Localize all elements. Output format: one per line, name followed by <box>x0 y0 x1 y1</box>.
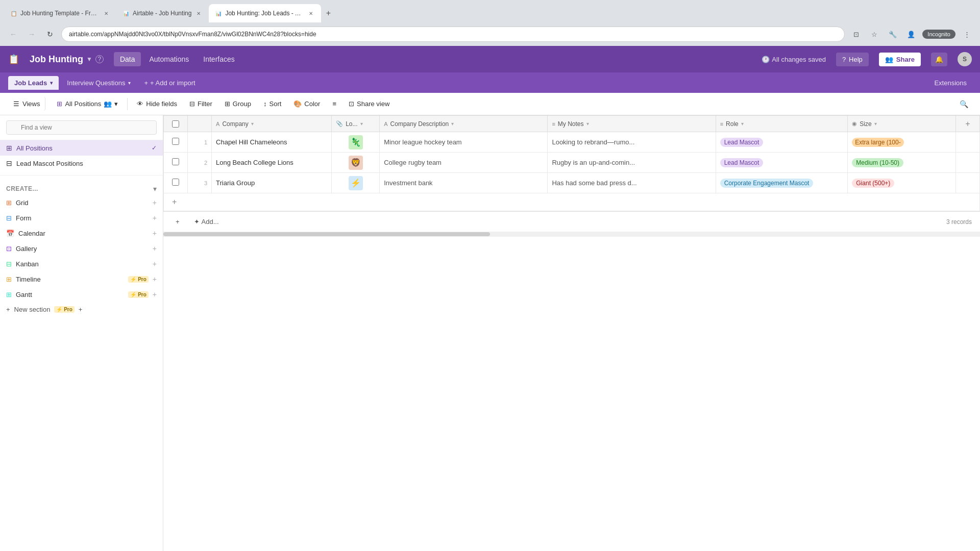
tab-1-favicon: 📋 <box>10 10 17 17</box>
logo-header[interactable]: 📎 Lo... ▾ <box>332 116 380 132</box>
share-button[interactable]: 👥 Share <box>879 53 921 66</box>
extensions-icon[interactable]: 🔧 <box>886 27 900 41</box>
back-button[interactable]: ← <box>6 27 20 41</box>
app-dropdown-icon[interactable]: ▼ <box>86 56 92 63</box>
tab-2[interactable]: 📊 Airtable - Job Hunting ✕ <box>116 4 209 22</box>
role-header[interactable]: ≡ Role ▾ <box>716 116 848 132</box>
desc-type-icon: A <box>384 121 387 127</box>
share-view-button[interactable]: ⊡ Share view <box>344 97 395 111</box>
profile-icon[interactable]: 👤 <box>904 27 918 41</box>
bookmark-icon[interactable]: ☆ <box>867 27 881 41</box>
notes-cell-2[interactable]: Has had some bad press d... <box>548 173 716 193</box>
add-field-btn[interactable]: ✦ Add... <box>190 216 223 228</box>
sort-button[interactable]: ↕ Sort <box>258 97 286 111</box>
views-button[interactable]: ☰ Views <box>8 97 45 111</box>
company-desc-header[interactable]: A Company Description ▾ <box>380 116 548 132</box>
size-cell-2[interactable]: Giant (500+) <box>848 173 956 193</box>
color-button[interactable]: 🎨 Color <box>288 97 325 111</box>
header-nav-automations[interactable]: Automations <box>143 52 195 66</box>
row-checkbox-cell-0[interactable] <box>164 132 188 153</box>
extensions-button[interactable]: Extensions <box>929 76 972 90</box>
size-header[interactable]: ◉ Size ▾ <box>848 116 956 132</box>
create-gallery[interactable]: ⊡ Gallery + <box>0 241 163 256</box>
create-timeline[interactable]: ⊞ Timeline ⚡ Pro + <box>0 271 163 287</box>
create-gantt[interactable]: ⊞ Gantt ⚡ Pro + <box>0 287 163 302</box>
create-kanban[interactable]: ⊟ Kanban + <box>0 256 163 271</box>
gallery-label: Gallery <box>16 245 149 253</box>
company-desc-cell-0[interactable]: Minor league hockey team <box>380 132 548 153</box>
tab-1[interactable]: 📋 Job Hunting Template - Free to u... ✕ <box>4 4 116 22</box>
add-row-btn[interactable]: + <box>172 216 184 228</box>
company-header[interactable]: A Company ▾ <box>212 116 332 132</box>
hide-fields-button[interactable]: 👁 Hide fields <box>132 97 182 111</box>
group-button[interactable]: ⊞ Group <box>219 97 256 111</box>
help-button[interactable]: ? Help <box>836 53 869 66</box>
size-cell-1[interactable]: Medium (10-50) <box>848 153 956 173</box>
header-nav-interfaces[interactable]: Interfaces <box>197 52 240 66</box>
search-button[interactable]: 🔍 <box>955 96 972 112</box>
cast-icon[interactable]: ⊡ <box>849 27 863 41</box>
company-cell-2[interactable]: Triaria Group <box>212 173 332 193</box>
header-nav-data[interactable]: Data <box>114 52 141 66</box>
create-grid[interactable]: ⊞ Grid + <box>0 195 163 210</box>
reload-button[interactable]: ↻ <box>43 27 57 41</box>
row-height-button[interactable]: ≡ <box>327 97 341 111</box>
notifications-button[interactable]: 🔔 <box>931 53 947 66</box>
new-section-item[interactable]: + New section ⚡ Pro + <box>0 302 163 317</box>
app-info-icon[interactable]: ? <box>95 55 104 63</box>
row-checkbox-1[interactable] <box>172 158 179 165</box>
notes-cell-1[interactable]: Rugby is an up-and-comin... <box>548 153 716 173</box>
create-calendar[interactable]: 📅 Calendar + <box>0 226 163 241</box>
new-tab-button[interactable]: + <box>321 6 335 20</box>
add-column-header[interactable]: + <box>955 116 979 132</box>
address-bar[interactable]: airtable.com/appNMajdd0Nt3vo0X/tblNp0Vns… <box>61 27 845 42</box>
create-chevron[interactable]: ▾ <box>153 185 157 193</box>
menu-icon[interactable]: ⋮ <box>960 27 974 41</box>
list-view-icon: ⊟ <box>6 159 12 167</box>
create-label: Create... <box>6 185 38 192</box>
interview-questions-tab[interactable]: Interview Questions ▾ <box>61 76 137 90</box>
sidebar-item-all-positions[interactable]: ⊞ All Positions ✓ <box>0 140 163 156</box>
table-row: ⤢ 3 Triaria Group ⚡ Investment bank Has … <box>164 173 980 193</box>
add-row-icon[interactable]: + <box>170 195 179 209</box>
incognito-button[interactable]: Incognito <box>922 30 955 39</box>
add-or-import-tab[interactable]: + + Add or import <box>139 76 200 90</box>
interview-chevron: ▾ <box>128 80 131 86</box>
company-cell-1[interactable]: Long Beach College Lions <box>212 153 332 173</box>
row-checkbox-cell-1[interactable] <box>164 153 188 173</box>
find-view-input[interactable] <box>6 120 157 135</box>
tab-3[interactable]: 📊 Job Hunting: Job Leads - Airtable ✕ <box>209 4 321 22</box>
company-label: Company <box>222 120 248 128</box>
extra-cell-0 <box>955 132 979 153</box>
role-cell-2[interactable]: Corporate Engagement Mascot <box>716 173 848 193</box>
company-desc-cell-1[interactable]: College rugby team <box>380 153 548 173</box>
tab-1-title: Job Hunting Template - Free to u... <box>20 10 99 17</box>
row-checkbox-0[interactable] <box>172 138 179 145</box>
tab-2-close[interactable]: ✕ <box>194 9 203 17</box>
select-all-checkbox[interactable] <box>172 120 179 128</box>
filter-button[interactable]: ⊟ Filter <box>184 97 217 111</box>
company-desc-cell-2[interactable]: Investment bank <box>380 173 548 193</box>
notes-header[interactable]: ≡ My Notes ▾ <box>548 116 716 132</box>
tab-1-close[interactable]: ✕ <box>102 9 110 17</box>
grid-icon-create: ⊞ <box>6 199 12 207</box>
job-leads-tab[interactable]: Job Leads ▾ <box>8 76 59 90</box>
all-positions-button[interactable]: ⊞ All Positions 👥 ▾ <box>52 97 123 111</box>
forward-button[interactable]: → <box>24 27 39 41</box>
avatar[interactable]: S <box>958 52 972 66</box>
sidebar-item-lead-mascot[interactable]: ⊟ Lead Mascot Positions <box>0 156 163 171</box>
all-positions-label: All Positions <box>16 144 148 152</box>
size-cell-0[interactable]: Extra large (100- <box>848 132 956 153</box>
role-cell-1[interactable]: Lead Mascot <box>716 153 848 173</box>
role-cell-0[interactable]: Lead Mascot <box>716 132 848 153</box>
tab-3-close[interactable]: ✕ <box>307 9 315 17</box>
create-form[interactable]: ⊟ Form + <box>0 210 163 226</box>
notes-cell-0[interactable]: Looking to rebrand—rumo... <box>548 132 716 153</box>
select-all-header[interactable] <box>164 116 188 132</box>
new-section-label: New section <box>14 306 51 313</box>
row-checkbox-2[interactable] <box>172 179 179 186</box>
add-icon: + <box>176 218 180 226</box>
company-cell-0[interactable]: Chapel Hill Chameleons <box>212 132 332 153</box>
row-checkbox-cell-2[interactable] <box>164 173 188 193</box>
gantt-icon-create: ⊞ <box>6 291 12 298</box>
